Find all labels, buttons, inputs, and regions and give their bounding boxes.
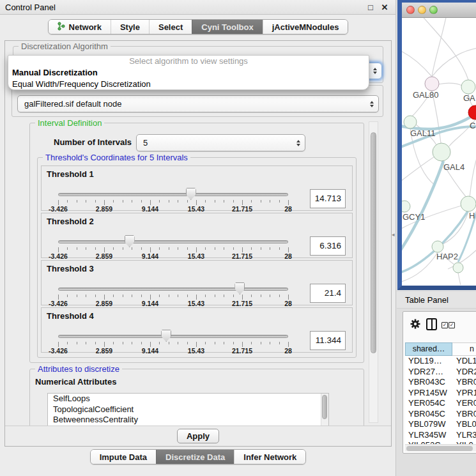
dropdown-prompt-item[interactable]: Select algorithm to view settings: [8, 56, 369, 67]
column-header-name[interactable]: n: [452, 342, 476, 356]
cell-name[interactable]: YDR2: [452, 367, 476, 378]
cell-name[interactable]: YBL0: [452, 419, 476, 430]
numerical-attributes-list[interactable]: SelfLoopsTopologicalCoefficientBetweenne…: [47, 393, 329, 427]
table-hscrollbar-thumb[interactable]: [406, 446, 473, 451]
cell-shared-name[interactable]: YBR043C: [405, 377, 452, 388]
network-canvas[interactable]: GAL80GACGAL11GAL4GCY1HHAP2: [402, 18, 476, 285]
tick-label: 9.144: [142, 300, 158, 307]
table-row[interactable]: YDR27…YDR2: [405, 367, 476, 378]
cell-name[interactable]: YBR0: [452, 377, 476, 388]
cell-shared-name[interactable]: YDR27…: [405, 367, 452, 378]
tick-mark: [150, 295, 151, 300]
table-panel-title: Table Panel: [405, 292, 449, 309]
zoom-traffic-light-icon[interactable]: [429, 6, 438, 14]
algorithm-dropdown-popup: Select algorithm to view settings Manual…: [8, 55, 369, 90]
table-row[interactable]: YBL079WYBL0: [405, 419, 476, 430]
threshold-3-value-field[interactable]: 21.4: [310, 284, 346, 303]
threshold-3-slider-track[interactable]: [58, 288, 288, 291]
apply-button[interactable]: Apply: [177, 429, 219, 443]
threshold-1-slider-track[interactable]: [58, 193, 288, 196]
cell-shared-name[interactable]: YBL079W: [405, 419, 452, 430]
threshold-4-slider-track[interactable]: [58, 335, 288, 338]
tick-label: 9.144: [142, 347, 158, 355]
tab-style[interactable]: Style: [111, 20, 149, 34]
tick-mark: [95, 295, 96, 297]
dropdown-option-manual[interactable]: Manual Discretization: [8, 67, 369, 79]
table-data-combobox[interactable]: galFiltered.sif default node: [17, 95, 379, 112]
number-of-intervals-combobox[interactable]: 5: [136, 134, 305, 151]
network-node[interactable]: [433, 143, 450, 161]
column-header-shared-name[interactable]: shared…: [405, 342, 452, 356]
cell-shared-name[interactable]: YER054C: [405, 398, 452, 409]
combo-stepper-icon: [373, 68, 377, 74]
tab-select[interactable]: Select: [149, 20, 192, 34]
tab-network[interactable]: Network: [49, 20, 111, 34]
threshold-2-slider-track[interactable]: [58, 240, 288, 243]
float-window-icon[interactable]: □: [365, 0, 376, 15]
attributes-scrollbar-thumb[interactable]: [322, 395, 327, 419]
tick-mark: [242, 247, 243, 252]
table-row[interactable]: YPR145WYPR1: [405, 388, 476, 399]
gear-icon[interactable]: [410, 318, 421, 330]
table-horizontal-scrollbar[interactable]: [405, 444, 476, 451]
tick-mark: [261, 200, 261, 203]
tab-network-label: Network: [69, 22, 102, 32]
cell-name[interactable]: YLR3: [452, 430, 476, 441]
tick-mark: [123, 342, 123, 344]
threshold-2-slider-thumb[interactable]: [125, 235, 135, 247]
threshold-4-slider-thumb[interactable]: [161, 330, 171, 342]
panel-scrollbar-thumb[interactable]: [371, 132, 376, 353]
attribute-list-item[interactable]: TopologicalCoefficient: [48, 404, 328, 415]
tick-mark: [242, 295, 243, 300]
threshold-1-value-field[interactable]: 14.713: [310, 189, 346, 208]
cell-shared-name[interactable]: YDL19…: [405, 356, 452, 367]
network-node[interactable]: [453, 263, 463, 273]
network-node[interactable]: [461, 80, 475, 94]
tick-mark: [123, 247, 123, 250]
table-row[interactable]: YLR345WYLR3: [405, 430, 476, 441]
split-pane-collapse-arrow-icon[interactable]: ◂: [392, 231, 395, 238]
columns-icon[interactable]: [426, 318, 437, 330]
tab-jactivemnodules[interactable]: jActiveMNodules: [263, 20, 348, 34]
cell-name[interactable]: YBR0: [452, 409, 476, 420]
tick-mark: [178, 247, 178, 250]
close-window-icon[interactable]: ✕: [379, 0, 390, 15]
dropdown-option-equal-width[interactable]: Equal Width/Frequency Discretization: [8, 79, 369, 90]
tick-mark: [141, 247, 142, 250]
close-traffic-light-icon[interactable]: [406, 6, 415, 14]
panel-scrollbar[interactable]: [369, 121, 378, 423]
tick-mark: [150, 342, 151, 347]
tab-cyni-toolbox[interactable]: Cyni Toolbox: [192, 20, 262, 34]
checkbox-icon[interactable]: ✓: [449, 322, 455, 328]
tab-impute-data[interactable]: Impute Data: [91, 450, 156, 464]
threshold-4-value-field[interactable]: 11.344: [310, 331, 346, 350]
table-row[interactable]: YER054CYER0: [405, 398, 476, 409]
tick-mark: [178, 295, 178, 297]
table-row[interactable]: YDL19…YDL1: [405, 356, 476, 367]
cell-name[interactable]: YDL1: [452, 356, 476, 367]
cell-name[interactable]: YER0: [452, 398, 476, 409]
network-node[interactable]: [402, 201, 410, 212]
attribute-list-item[interactable]: BetweennessCentrality: [48, 415, 328, 426]
network-node[interactable]: [404, 116, 417, 128]
threshold-1-slider-thumb[interactable]: [186, 188, 196, 200]
threshold-2-value-field[interactable]: 6.316: [310, 236, 346, 256]
tick-label: 28: [284, 347, 292, 355]
network-node[interactable]: [432, 241, 443, 252]
attributes-list-scrollbar[interactable]: [321, 394, 328, 426]
minimize-traffic-light-icon[interactable]: [418, 6, 426, 14]
cell-name[interactable]: YPR1: [452, 388, 476, 399]
network-node[interactable]: [461, 196, 476, 211]
network-node[interactable]: [425, 77, 439, 91]
threshold-3-slider-thumb[interactable]: [234, 282, 245, 295]
cell-shared-name[interactable]: YBR045C: [405, 409, 452, 420]
cell-shared-name[interactable]: YLR345W: [405, 430, 452, 441]
cell-shared-name[interactable]: YPR145W: [405, 388, 452, 399]
tick-label: -3.426: [49, 205, 68, 213]
attribute-list-item[interactable]: SelfLoops: [48, 394, 328, 404]
checkbox-icon[interactable]: ✓: [441, 322, 448, 328]
table-row[interactable]: YBR043CYBR0: [405, 377, 476, 388]
table-row[interactable]: YBR045CYBR0: [405, 409, 476, 420]
tab-infer-network[interactable]: Infer Network: [234, 450, 305, 464]
tab-discretize-data[interactable]: Discretize Data: [156, 450, 234, 464]
